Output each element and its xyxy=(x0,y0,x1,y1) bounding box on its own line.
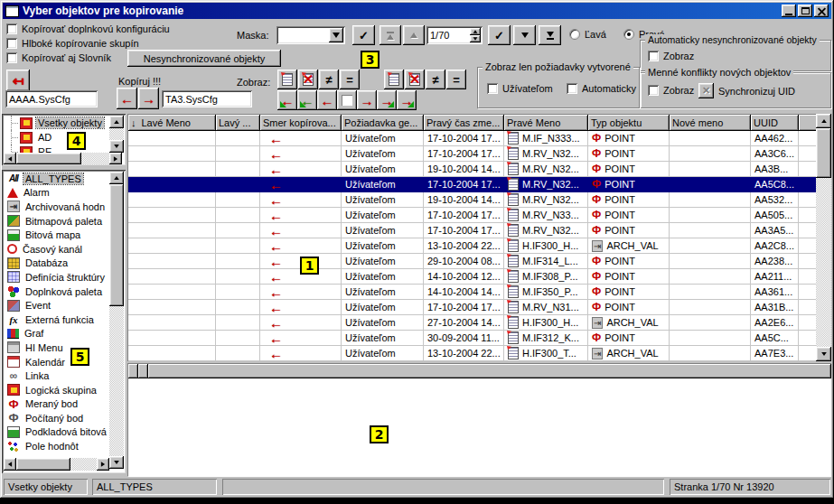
filter2-deleted-documents-button[interactable]: ✕ xyxy=(405,70,425,89)
object-type-item[interactable]: ⇥Archivovaná hodn xyxy=(4,200,109,214)
scroll-thumb[interactable] xyxy=(16,458,70,471)
table-row[interactable]: ←Užívateľom17-10-2004 17...M.RV_N31...ФP… xyxy=(128,300,816,315)
scroll-down-button[interactable] xyxy=(109,456,124,469)
next-page-button[interactable] xyxy=(513,25,536,45)
checkbox-requests-user[interactable]: Užívateľom xyxy=(487,83,553,94)
column-header[interactable]: Pravé Meno xyxy=(504,115,588,131)
checkbox-deep-group-copy[interactable]: Hlboké kopírovanie skupín xyxy=(6,38,139,49)
table-row[interactable]: ←Užívateľom29-10-2004 08...M.IF314_L...Ф… xyxy=(128,254,816,269)
tree-item[interactable]: RE xyxy=(4,145,109,153)
scroll-down-button[interactable] xyxy=(816,347,831,361)
column-header[interactable]: Nové meno xyxy=(670,115,751,131)
filter-documents-button[interactable] xyxy=(277,70,297,89)
scroll-track[interactable] xyxy=(109,184,124,456)
checkbox-copy-dictionary[interactable]: Kopírovať aj Slovník xyxy=(6,52,111,63)
column-header[interactable]: Požiadavka ge... xyxy=(342,115,424,131)
scroll-track[interactable] xyxy=(16,458,97,471)
synchronize-uid-button[interactable]: Synchronizuj UID xyxy=(718,86,795,97)
detail-header-cell[interactable] xyxy=(148,364,831,378)
scroll-right-button[interactable] xyxy=(97,458,109,471)
table-row[interactable]: ←Užívateľom13-10-2004 22...H.IF300_T...⇥… xyxy=(128,346,816,361)
table-row[interactable]: ←Užívateľom30-09-2004 11...M.IF312_K...Ф… xyxy=(128,331,816,346)
copy-to-left-button[interactable]: ← xyxy=(117,88,137,109)
filter2-documents-button[interactable] xyxy=(384,70,404,89)
maximize-button[interactable] xyxy=(798,5,812,17)
table-vertical-scrollbar[interactable] xyxy=(816,114,831,361)
table-row[interactable]: ←Užívateľom13-10-2004 22...H.IF300_H...⇥… xyxy=(128,238,816,254)
column-header[interactable]: Typ objektu xyxy=(588,115,670,131)
mask-combobox[interactable] xyxy=(276,26,345,44)
checkbox-requests-auto[interactable]: Automaticky xyxy=(567,83,636,94)
tree-horizontal-scrollbar[interactable] xyxy=(4,153,124,164)
object-type-item[interactable]: ∞Linka xyxy=(4,369,109,383)
table-row[interactable]: ←Užívateľom17-10-2004 17...M.RV_N32...ФP… xyxy=(128,223,816,238)
apply-mask-button[interactable]: ✓ xyxy=(352,25,375,45)
direction-right-synced-button[interactable]: → xyxy=(397,90,417,110)
checkbox-conflicts-zobraz[interactable]: Zobraz xyxy=(648,85,694,96)
object-type-item[interactable]: fxExterná funkcia xyxy=(4,313,109,327)
column-header[interactable]: ↓Lavé Meno xyxy=(128,115,216,131)
table-row[interactable]: ←Užívateľom19-10-2004 14...M.RV_N32...ФP… xyxy=(128,192,816,208)
scroll-thumb[interactable] xyxy=(816,128,831,178)
mask-dropdown-button[interactable] xyxy=(329,28,343,42)
object-type-item[interactable]: Definícia štruktúry xyxy=(4,270,109,285)
object-type-item[interactable]: Kalendár xyxy=(4,355,109,369)
scroll-down-button[interactable] xyxy=(109,140,124,153)
scroll-up-button[interactable] xyxy=(816,114,831,128)
object-type-item[interactable]: Logická skupina xyxy=(4,383,109,397)
filter-equal-button[interactable]: = xyxy=(340,70,360,89)
first-page-button[interactable] xyxy=(380,25,401,45)
object-type-item[interactable]: Bitová mapa xyxy=(4,228,109,242)
scroll-thumb[interactable] xyxy=(109,184,124,306)
filter2-equal-button[interactable]: = xyxy=(446,70,466,89)
object-type-item[interactable]: ФMeraný bod xyxy=(4,397,109,412)
object-type-item[interactable]: ФPočítaný bod xyxy=(4,411,109,425)
radio-left-side[interactable]: Ľavá xyxy=(569,29,606,40)
table-row[interactable]: ←Užívateľom17-10-2004 17...M.RV_N32...ФP… xyxy=(128,177,816,192)
group-tree[interactable]: Vsetky objektyADRE xyxy=(4,116,109,153)
table-row[interactable]: ←Užívateľom14-10-2004 14...M.IF350_P...Ф… xyxy=(128,285,816,300)
tree-item[interactable]: Vsetky objekty xyxy=(4,116,109,130)
object-type-list[interactable]: AllALL_TYPESAlarm⇥Archivovaná hodnBitmap… xyxy=(4,172,109,456)
table-row[interactable]: ←Užívateľom19-10-2004 14...M.RV_N32...ФP… xyxy=(128,162,816,177)
table-row[interactable]: ←Užívateľom17-10-2004 17...M.IF_N333...Ф… xyxy=(128,131,816,146)
table-row[interactable]: ←Užívateľom17-10-2004 17...M.RV_N33...ФP… xyxy=(128,208,816,223)
previous-page-button[interactable] xyxy=(403,25,425,45)
nesynchronized-objects-button[interactable]: Nesynchronizované objekty xyxy=(127,50,281,67)
filter-deleted-documents-button[interactable]: ✕ xyxy=(298,70,318,89)
spin-down-button[interactable] xyxy=(470,35,481,42)
minimize-button[interactable] xyxy=(782,5,796,17)
object-type-item[interactable]: Časový kanál xyxy=(4,242,109,257)
scroll-track[interactable] xyxy=(16,153,109,164)
confirm-page-button[interactable]: ✓ xyxy=(488,25,511,45)
object-type-item[interactable]: Bitmapová paleta xyxy=(4,214,109,229)
list-vertical-scrollbar[interactable] xyxy=(109,172,124,471)
filter2-not-equal-button[interactable]: ≠ xyxy=(426,70,445,89)
right-config-field[interactable]: TA3.SysCfg xyxy=(162,90,252,107)
detail-panel-body[interactable] xyxy=(128,378,831,477)
direction-left-synced-button[interactable]: ← xyxy=(277,90,297,110)
object-type-item[interactable]: HI Menu xyxy=(4,341,109,355)
spin-up-button[interactable] xyxy=(470,28,481,35)
column-header[interactable]: Pravý čas zme... xyxy=(424,115,504,131)
direction-right-new-button[interactable]: → xyxy=(377,90,397,110)
last-page-button[interactable] xyxy=(539,25,561,45)
object-type-item[interactable]: Podkladová bitová xyxy=(4,425,109,440)
column-header[interactable]: Lavý ... xyxy=(216,115,260,131)
filter-not-equal-button[interactable]: ≠ xyxy=(319,70,339,89)
left-config-field[interactable]: AAAA.SysCfg xyxy=(5,90,98,107)
page-spinner[interactable]: 1/70 xyxy=(426,26,483,44)
titlebar[interactable]: Vyber objektov pre kopirovanie xyxy=(3,3,831,19)
scroll-track[interactable] xyxy=(109,128,124,140)
detail-header-cell[interactable] xyxy=(138,364,148,378)
object-type-item[interactable]: Databáza xyxy=(4,257,109,271)
checkbox-auto-nesync-zobraz[interactable]: Zobraz xyxy=(648,51,694,61)
list-horizontal-scrollbar[interactable] xyxy=(4,458,109,471)
direction-left-new-button[interactable]: ← xyxy=(297,90,317,110)
object-type-item[interactable]: Event xyxy=(4,298,109,313)
scroll-right-button[interactable] xyxy=(109,153,122,164)
object-type-item[interactable]: Graf xyxy=(4,327,109,341)
object-type-item[interactable]: Alarm xyxy=(4,186,109,201)
scroll-left-button[interactable] xyxy=(4,458,16,471)
checkbox-copy-additional-config[interactable]: Kopírovať doplnkovú konfiguráciu xyxy=(6,23,170,34)
